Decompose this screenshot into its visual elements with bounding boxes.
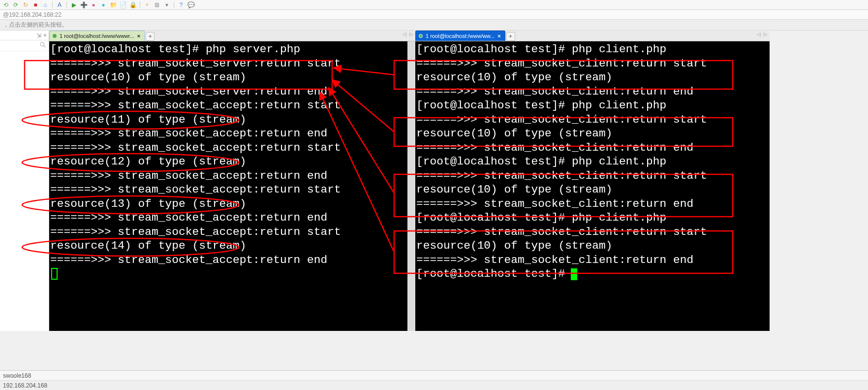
tab-nav-left: ◁ ▷: [403, 32, 413, 37]
main-area: ⇲ × 1 root@localhost:/www/wwwr... × + ◁ …: [0, 31, 868, 331]
app-toolbar: ⟲⟳↻■⌂A▶➕●●📁📄🔒＋⊞▾?💬: [0, 0, 868, 10]
tab-client[interactable]: 1 root@localhost:/www/ww... ×: [415, 31, 505, 41]
tab-prev-icon[interactable]: ◁: [757, 32, 761, 37]
tab-close-icon[interactable]: ×: [137, 33, 140, 39]
home-icon[interactable]: ⌂: [41, 1, 49, 9]
font-icon[interactable]: A: [56, 1, 63, 9]
tab-add-button[interactable]: +: [146, 32, 155, 41]
chat-icon[interactable]: 💬: [187, 1, 195, 9]
tab-nav-right: ◁ ▷: [757, 32, 768, 37]
status-session-name[interactable]: swoole168: [0, 370, 868, 380]
tab-server[interactable]: 1 root@localhost:/www/wwwr... ×: [49, 31, 145, 41]
pink-icon[interactable]: ●: [90, 1, 97, 9]
tab-close-icon[interactable]: ×: [497, 33, 500, 39]
side-panel-header: ⇲ ×: [0, 31, 49, 40]
status-host: 192.168.204.168: [0, 380, 868, 390]
session-address: @192.168.204.168:22: [0, 10, 868, 20]
add-icon[interactable]: ＋: [143, 1, 151, 9]
refresh-icon[interactable]: ↻: [22, 1, 30, 9]
doc-icon[interactable]: 📄: [119, 1, 127, 9]
svg-line-1: [44, 46, 45, 47]
grid-icon[interactable]: ⊞: [153, 1, 161, 9]
side-search-row: [0, 40, 49, 51]
terminal-pane-server: 1 root@localhost:/www/wwwr... × + ◁ ▷ [r…: [49, 31, 415, 331]
pin-icon[interactable]: ⇲: [36, 32, 41, 39]
help-icon[interactable]: ?: [177, 1, 185, 9]
search-icon[interactable]: [40, 42, 46, 49]
terminal-output-server[interactable]: [root@localhost test]# php server.php ==…: [49, 41, 415, 331]
stop-icon[interactable]: ■: [31, 1, 39, 9]
tab-next-icon[interactable]: ▷: [764, 32, 768, 37]
status-dot-icon: [419, 34, 423, 38]
statusbar: swoole168 192.168.204.168: [0, 370, 868, 390]
folder-icon[interactable]: 📁: [109, 1, 117, 9]
tab-next-icon[interactable]: ▷: [409, 32, 413, 37]
close-icon[interactable]: ×: [43, 32, 47, 39]
svg-point-0: [40, 42, 44, 46]
tab-label: 1 root@localhost:/www/wwwr...: [60, 33, 134, 39]
back-icon[interactable]: ⟲: [2, 1, 10, 9]
chevron-down-icon[interactable]: ▾: [163, 1, 171, 9]
tab-add-button[interactable]: +: [506, 32, 515, 41]
cyan-icon[interactable]: ●: [99, 1, 107, 9]
tab-prev-icon[interactable]: ◁: [403, 32, 406, 37]
cursor-icon: [571, 268, 577, 280]
hint-banner: ，点击左侧的箭头按钮。: [0, 20, 868, 31]
cursor-icon: [51, 268, 58, 280]
terminal-output-client[interactable]: [root@localhost test]# php client.php ==…: [415, 41, 770, 331]
forward-icon[interactable]: ⟳: [12, 1, 20, 9]
plus-green-icon[interactable]: ➕: [80, 1, 88, 9]
tabstrip-left: 1 root@localhost:/www/wwwr... × + ◁ ▷: [49, 31, 415, 41]
status-dot-icon: [53, 34, 57, 38]
tab-label: 1 root@localhost:/www/ww...: [426, 33, 495, 39]
play-icon[interactable]: ▶: [70, 1, 78, 9]
tabstrip-right: 1 root@localhost:/www/ww... × + ◁ ▷: [415, 31, 770, 41]
lock-icon[interactable]: 🔒: [129, 1, 137, 9]
terminal-pane-client: 1 root@localhost:/www/ww... × + ◁ ▷ [roo…: [415, 31, 770, 331]
side-panel: ⇲ ×: [0, 31, 49, 331]
